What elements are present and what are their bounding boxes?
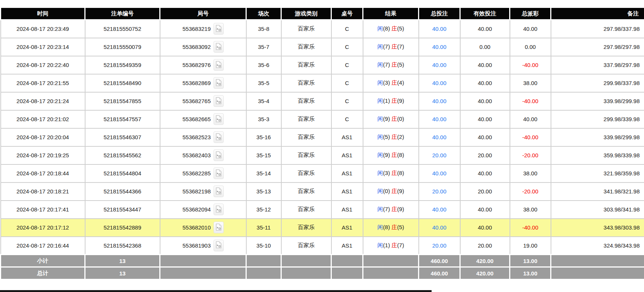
round-number: 553683219	[182, 26, 211, 32]
result-banker-score: (0)	[397, 116, 404, 122]
result-banker-label: 庄	[392, 206, 397, 212]
col-header-table_no: 桌号	[331, 8, 363, 20]
total-bet-link[interactable]: 40.00	[432, 206, 447, 213]
cell-session: 35-14	[246, 164, 281, 182]
cell-result: 闲(7) 庄(5)	[363, 56, 419, 74]
cell-table-no: C	[331, 20, 363, 38]
result-banker-label: 庄	[392, 224, 397, 230]
round-number: 553682523	[182, 134, 211, 140]
total-bet-link[interactable]: 20.00	[432, 152, 447, 158]
result-player-label: 闲	[377, 97, 383, 104]
video-replay-button[interactable]	[214, 167, 224, 179]
round-number: 553682403	[182, 152, 211, 158]
cell-payout: 19.00	[510, 237, 551, 255]
summary-payout: 13.00	[510, 255, 551, 267]
result-banker-label: 庄	[392, 116, 397, 122]
round-number: 553682869	[182, 80, 211, 86]
cell-result: 闲(1) 庄(7)	[363, 237, 419, 255]
cell-time: 2024-08-17 20:21:24	[1, 92, 85, 110]
cell-time: 2024-08-17 20:16:44	[1, 237, 85, 255]
table-row: 2024-08-17 20:18:44521815544804553682285…	[1, 164, 644, 182]
summary-empty-cell	[246, 255, 281, 267]
video-file-icon	[216, 205, 221, 214]
table-row: 2024-08-17 20:23:14521815550079553683092…	[1, 38, 644, 56]
table-row: 2024-08-17 20:17:12521815542889553682010…	[1, 219, 644, 237]
cell-result: 闲(8) 庄(5)	[363, 20, 419, 38]
result-banker-label: 庄	[392, 79, 397, 86]
video-file-icon	[216, 115, 221, 123]
video-replay-button[interactable]	[214, 240, 224, 251]
summary-empty-cell	[551, 255, 644, 267]
cell-payout: 38.00	[510, 201, 551, 219]
total-bet-link[interactable]: 20.00	[432, 242, 447, 249]
video-replay-button[interactable]	[214, 59, 224, 71]
round-number: 553682285	[182, 170, 211, 176]
total-bet-link[interactable]: 20.00	[432, 188, 447, 195]
video-replay-button[interactable]	[214, 113, 224, 125]
result-banker-label: 庄	[392, 152, 397, 158]
summary-valid-bet: 420.00	[460, 255, 510, 267]
total-bet-link[interactable]: 40.00	[432, 44, 447, 50]
video-replay-button[interactable]	[214, 186, 224, 197]
cell-time: 2024-08-17 20:18:21	[1, 182, 85, 201]
video-file-icon	[216, 43, 221, 51]
cell-round: 553682198	[160, 182, 246, 201]
cell-total-bet: 20.00	[419, 182, 460, 201]
cell-total-bet: 40.00	[419, 74, 460, 92]
result-player-score: (9)	[383, 116, 392, 122]
round-number: 553682665	[182, 116, 211, 122]
cell-payout: -40.00	[510, 219, 551, 237]
result-player-score: (8)	[383, 25, 392, 32]
video-file-icon	[216, 151, 221, 160]
video-replay-button[interactable]	[214, 149, 224, 161]
cell-valid-bet: 40.00	[460, 219, 510, 237]
summary-empty-cell	[281, 267, 331, 280]
summary-row: 总计13460.00420.0013.00	[1, 267, 644, 280]
video-replay-button[interactable]	[214, 204, 224, 215]
col-header-remark: 备注	[551, 8, 644, 20]
cell-round: 553682523	[160, 128, 246, 146]
result-player-score: (7)	[383, 206, 392, 212]
result-player-label: 闲	[377, 152, 383, 158]
total-bet-link[interactable]: 40.00	[432, 170, 447, 176]
cell-total-bet: 40.00	[419, 201, 460, 219]
cell-result: 闲(5) 庄(2)	[363, 128, 419, 146]
total-bet-link[interactable]: 40.00	[432, 62, 447, 68]
cell-round: 553682403	[160, 146, 246, 164]
cell-result: 闲(9) 庄(8)	[363, 146, 419, 164]
cell-valid-bet: 40.00	[460, 110, 510, 128]
cell-total-bet: 40.00	[419, 219, 460, 237]
cell-bet-id: 521815542889	[85, 219, 160, 237]
video-replay-button[interactable]	[214, 41, 224, 53]
video-replay-button[interactable]	[214, 95, 224, 107]
total-bet-link[interactable]: 40.00	[432, 98, 447, 104]
total-bet-link[interactable]: 40.00	[432, 26, 447, 32]
total-bet-link[interactable]: 40.00	[432, 116, 447, 122]
result-player-score: (1)	[383, 242, 392, 248]
summary-empty-cell	[363, 255, 419, 267]
cell-valid-bet: 20.00	[460, 182, 510, 201]
round-number: 553682010	[182, 224, 211, 231]
cell-remark: 299.98/339.98	[551, 110, 644, 128]
video-replay-button[interactable]	[214, 131, 224, 143]
total-bet-link[interactable]: 40.00	[432, 224, 447, 231]
result-player-score: (5)	[383, 134, 392, 140]
result-player-label: 闲	[377, 242, 383, 248]
cell-remark: 297.98/297.98	[551, 38, 644, 56]
cell-total-bet: 40.00	[419, 38, 460, 56]
cell-game-type: 百家乐	[281, 38, 331, 56]
video-replay-button[interactable]	[214, 23, 224, 35]
summary-label: 总计	[1, 267, 85, 280]
video-replay-button[interactable]	[214, 222, 224, 233]
video-file-icon	[216, 97, 221, 105]
cell-time: 2024-08-17 20:21:55	[1, 74, 85, 92]
total-bet-link[interactable]: 40.00	[432, 80, 447, 86]
video-file-icon	[216, 169, 221, 178]
cell-payout: -20.00	[510, 146, 551, 164]
round-number: 553682976	[182, 62, 211, 68]
video-replay-button[interactable]	[214, 77, 224, 89]
total-bet-link[interactable]: 40.00	[432, 134, 447, 140]
col-header-round: 局号	[160, 8, 246, 20]
result-player-score: (3)	[383, 170, 392, 176]
table-row: 2024-08-17 20:22:40521815549359553682976…	[1, 56, 644, 74]
